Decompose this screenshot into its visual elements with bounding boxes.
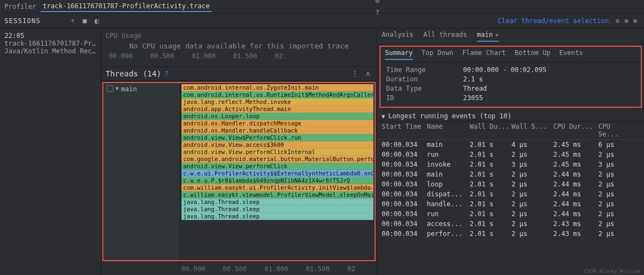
table-row[interactable]: 00:00.034invoke2.01 s3 μs2.45 ms3 μs — [377, 160, 644, 169]
analysis-tab[interactable]: Analysis — [382, 31, 414, 42]
stop-icon[interactable]: ■ — [80, 16, 89, 25]
cell: 2 μs — [511, 220, 553, 228]
column-header[interactable]: Name — [427, 123, 470, 138]
threads-help-icon[interactable]: ? — [164, 70, 168, 78]
ruler-tick: 00.000 — [181, 265, 205, 273]
analysis-tab[interactable]: main✕ — [477, 31, 499, 42]
cell: 2 μs — [598, 170, 634, 178]
cell: run — [427, 151, 470, 158]
cell: 2.01 s — [470, 200, 511, 208]
cell: 3 μs — [598, 161, 634, 168]
kv-key: Duration — [386, 75, 463, 83]
cell: 00:00.034 — [382, 220, 427, 228]
drag-handle-icon[interactable] — [107, 85, 113, 92]
zoom-fit-icon[interactable]: ⊚ — [631, 16, 640, 25]
ruler-tick: 01.000 — [192, 52, 216, 60]
kv-value: Thread — [463, 85, 487, 92]
cell: 00:00.034 — [382, 170, 427, 178]
time-ruler-top: 00.00000.50001.00001.50002. — [106, 50, 372, 63]
table-row[interactable]: 00:00.034access...2.01 s2 μs2.43 ms2 μs — [377, 219, 644, 229]
table-row[interactable]: 00:00.034perfor...2.01 s2 μs2.43 ms2 μs — [377, 229, 644, 239]
stack-frame[interactable]: java.lang.reflect.Method.invoke — [181, 98, 373, 106]
stack-frame[interactable]: android.view.View.performClick — [181, 163, 373, 170]
stack-frame[interactable]: android.os.Handler.dispatchMessage — [181, 120, 373, 127]
session-subtitle: Java/Kotlin Method Rec... — [4, 47, 96, 55]
plus-icon[interactable]: ＋ — [68, 16, 77, 25]
table-row[interactable]: 00:00.034main2.01 s2 μs2.44 ms2 μs — [377, 169, 644, 179]
detail-tab[interactable]: Top Down — [422, 49, 454, 60]
detail-tab[interactable]: Summary — [385, 49, 413, 60]
threads-header: Threads (14) — [106, 69, 161, 78]
analysis-tabs: AnalysisAll threadsmain✕ — [377, 29, 644, 45]
analysis-tab[interactable]: All threads — [423, 31, 467, 42]
stack-frame[interactable]: android.view.View.access$3600 — [181, 141, 373, 148]
panel-icon[interactable]: ◧ — [92, 16, 101, 25]
gear-icon[interactable]: ⚙ — [373, 0, 382, 5]
table-row[interactable]: 00:00.034run2.01 s2 μs2.44 ms2 μs — [377, 209, 644, 219]
collapse-icon[interactable]: ʌ — [364, 69, 372, 78]
thread-name[interactable]: main — [121, 85, 137, 93]
detail-tab[interactable]: Flame Chart — [462, 49, 505, 60]
cell: 2 μs — [511, 210, 553, 218]
stack-frame[interactable]: java.lang.Thread.sleep — [181, 206, 373, 213]
stack-frame[interactable]: android.view.View.performClickInternal — [181, 148, 373, 156]
table-row[interactable]: 00:00.034run2.01 s2 μs2.45 ms2 μs — [377, 150, 644, 160]
column-header[interactable]: Start Time — [382, 123, 427, 138]
stack-frame[interactable]: java.lang.Thread.sleep — [181, 199, 373, 206]
detail-tab[interactable]: Events — [559, 49, 583, 60]
flame-chart[interactable]: com.android.internal.os.ZygoteInit.mainc… — [180, 83, 375, 260]
column-header[interactable]: CPU Dur... — [553, 123, 598, 138]
stack-frame[interactable]: java.lang.Thread.sleep — [181, 213, 373, 220]
table-row[interactable]: 00:00.034main2.01 s4 μs2.45 ms6 μs — [377, 140, 644, 150]
longest-events-header: Longest running events (top 10) — [388, 112, 511, 120]
help-icon[interactable]: ? — [373, 8, 382, 17]
cell: 2 μs — [598, 180, 634, 188]
chevron-down-icon[interactable]: ▼ — [382, 113, 385, 119]
stack-frame[interactable]: com.android.internal.os.RuntimeInit$Meth… — [181, 91, 373, 98]
cell: 2 μs — [598, 210, 634, 218]
ruler-tick: 01.000 — [265, 265, 288, 273]
stack-frame[interactable]: android.os.Looper.loop — [181, 113, 373, 120]
cell: main — [427, 170, 470, 178]
more-icon[interactable]: ⋮ — [350, 69, 359, 78]
table-row[interactable]: 00:00.034loop2.01 s2 μs2.44 ms2 μs — [377, 179, 644, 189]
stack-frame[interactable]: com.google.android.material.button.Mater… — [181, 156, 373, 163]
ruler-tick: 02. — [274, 52, 287, 60]
zoom-in-icon[interactable]: ⊕ — [622, 16, 631, 25]
stack-frame[interactable]: android.app.ActivityThread.main — [181, 106, 373, 113]
cell: 2.44 ms — [553, 210, 598, 218]
column-header[interactable]: CPU Se... — [598, 123, 634, 138]
session-name[interactable]: track-1661176701787-Pr... — [4, 40, 96, 47]
cell: 2.43 ms — [553, 230, 598, 238]
cell: 2.01 s — [470, 141, 511, 148]
stack-frame[interactable]: com.android.internal.os.ZygoteInit.main — [181, 84, 373, 91]
stack-frame[interactable]: c.w.e.u.P.$r8$lambda$649znqpNIibNA4z1X4w… — [181, 177, 373, 184]
stack-frame[interactable]: com.william.easykt.ui.ProfilerActivity.i… — [181, 184, 373, 191]
detail-tab[interactable]: Bottom Up — [515, 49, 551, 60]
table-row[interactable]: 00:00.034handle...2.01 s2 μs2.44 ms2 μs — [377, 199, 644, 209]
cell: 2.01 s — [470, 151, 511, 158]
column-header[interactable]: Wall Du... — [470, 123, 511, 138]
cell: 2.01 s — [470, 180, 511, 188]
chevron-down-icon[interactable]: ▼ — [115, 85, 119, 91]
cell: 2.43 ms — [553, 220, 598, 228]
cell: 2 μs — [598, 151, 634, 158]
close-icon[interactable]: ✕ — [495, 31, 499, 38]
table-row[interactable]: 00:00.034dispat...2.01 s2 μs2.44 ms2 μs — [377, 189, 644, 199]
cell: 2.45 ms — [553, 151, 598, 158]
cell: 2.44 ms — [553, 180, 598, 188]
stack-frame[interactable]: android.view.View$PerformClick.run — [181, 134, 373, 141]
cell: 00:00.034 — [382, 230, 427, 238]
stack-frame[interactable]: c.w.e.ui.ProfilerActivity$$ExternalSynth… — [181, 170, 373, 177]
cell: dispat... — [427, 190, 470, 198]
column-header[interactable]: Wall S... — [511, 123, 553, 138]
cell: access... — [427, 220, 470, 228]
trace-file-tab[interactable]: track-1661176701787-ProfilerActivity.tra… — [41, 1, 212, 12]
zoom-out-icon[interactable]: ⊖ — [613, 16, 622, 25]
cell: handle... — [427, 200, 470, 208]
stack-frame[interactable]: android.os.Handler.handleCallback — [181, 127, 373, 134]
clear-selection-link[interactable]: Clear thread/event selection — [498, 17, 609, 25]
cell: 2.01 s — [470, 230, 511, 238]
stack-frame[interactable]: c.william.easykt.viewmodel.ProfilerViewM… — [181, 191, 373, 199]
kv-key: ID — [386, 94, 463, 102]
